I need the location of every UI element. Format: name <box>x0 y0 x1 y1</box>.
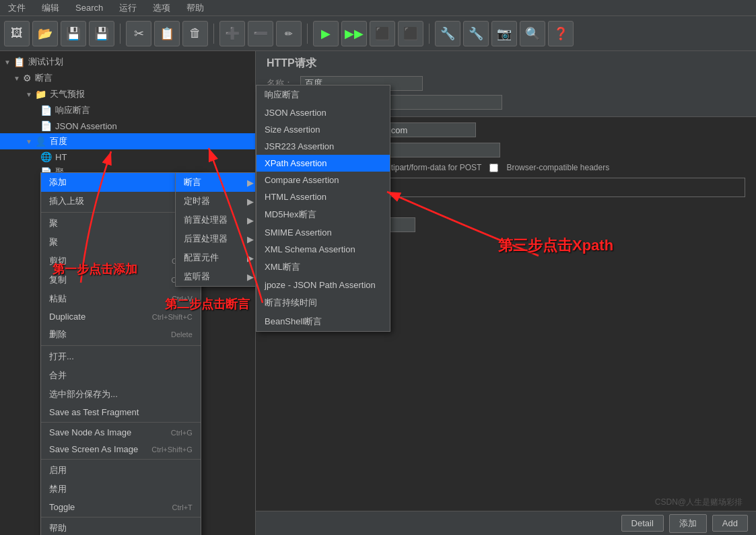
ctx-enable[interactable]: 启用 <box>41 461 201 480</box>
toolbar-save[interactable]: 💾 <box>61 21 86 46</box>
toolbar-copy[interactable]: 📋 <box>154 21 180 46</box>
tree-item-baidu[interactable]: ▼ 👤 百度 <box>0 133 255 149</box>
tree-item-assertion[interactable]: ▼ ⚙ 断言 <box>0 70 255 86</box>
submenu-listener[interactable]: 监听器 ▶ <box>176 267 256 286</box>
menu-edit[interactable]: 编辑 <box>39 1 62 15</box>
ctx-arrow: ▶ <box>247 272 254 282</box>
toolbar-add[interactable]: ➕ <box>219 21 245 46</box>
toolbar-screenshot[interactable]: 📷 <box>491 21 517 46</box>
toolbar-open[interactable]: 📂 <box>32 21 58 46</box>
submenu-label: 监听器 <box>184 271 210 283</box>
ctx-save-partial[interactable]: 选中部分保存为... <box>41 385 201 404</box>
tree-item-test-plan[interactable]: ▼ 📋 测试计划 <box>0 54 255 70</box>
assertion-compare[interactable]: Compare Assertion <box>256 172 390 188</box>
assertion-jpoze[interactable]: jpoze - JSON Path Assertion <box>256 277 390 293</box>
assertion-label: XML断言 <box>265 261 300 273</box>
ctx-label: 禁用 <box>49 483 67 495</box>
tree-icon: 📄 <box>40 105 52 116</box>
ctx-label: 选中部分保存为... <box>49 388 118 400</box>
ctx-sep-2 <box>41 345 201 346</box>
toolbar-run-all[interactable]: ▶▶ <box>341 21 367 46</box>
ctx-arrow: ▶ <box>247 197 254 207</box>
ctx-label: Save Node As Image <box>49 427 131 437</box>
ctx-save-fragment[interactable]: Save as Test Fragment <box>41 404 201 421</box>
toolbar-settings2[interactable]: 🔧 <box>463 21 489 46</box>
menu-run[interactable]: 运行 <box>116 1 139 15</box>
browser-headers-check[interactable] <box>489 164 498 172</box>
menu-options[interactable]: 选项 <box>150 1 173 15</box>
assertion-smime[interactable]: SMIME Assertion <box>256 224 390 241</box>
ctx-add-label: 添加 <box>49 176 67 188</box>
toolbar-cut[interactable]: ✂ <box>126 21 151 46</box>
ctx-shortcut: Ctrl+G <box>171 429 193 437</box>
ctx-save-screen-image[interactable]: Save Screen As Image Ctrl+Shift+G <box>41 441 201 458</box>
tree-item-ht[interactable]: 🌐 HT <box>0 149 255 164</box>
add-button[interactable]: 添加 <box>669 514 707 533</box>
submenu-timer-item[interactable]: 定时器 ▶ <box>176 192 256 211</box>
detail-button[interactable]: Detail <box>621 515 664 532</box>
separator-3 <box>307 24 308 44</box>
menu-search[interactable]: Search <box>73 1 106 14</box>
ctx-label: 剪切 <box>49 255 67 267</box>
browser-headers-label: Browser-compatible headers <box>506 163 609 172</box>
assertion-label: JSR223 Assertion <box>265 141 334 151</box>
toolbar: 🖼 📂 💾 💾 ✂ 📋 🗑 ➕ ➖ ✏ ▶ ▶▶ ⬛ ⬛ 🔧 🔧 📷 🔍 ❓ <box>0 16 756 51</box>
assertion-md5hex[interactable]: MD5Hex断言 <box>256 205 390 224</box>
submenu-pre-proc[interactable]: 前置处理器 ▶ <box>176 211 256 229</box>
ctx-help[interactable]: 帮助 <box>41 519 201 535</box>
ctx-arrow: ▶ <box>247 178 254 188</box>
ctx-open[interactable]: 打开... <box>41 347 201 366</box>
tree-arrow: ▼ <box>13 75 20 82</box>
assertion-label: jpoze - JSON Path Assertion <box>265 280 376 290</box>
toolbar-edit[interactable]: ✏ <box>276 21 302 46</box>
toolbar-stop[interactable]: ⬛ <box>370 21 395 46</box>
submenu-label: 后置处理器 <box>184 233 228 245</box>
ctx-arrow: ▶ <box>247 234 254 244</box>
submenu-post-proc[interactable]: 后置处理器 ▶ <box>176 229 256 248</box>
ctx-paste[interactable]: 粘贴 Ctrl+V <box>41 289 201 308</box>
tree-label: 百度 <box>50 135 67 147</box>
ctx-delete[interactable]: 删除 Delete <box>41 325 201 344</box>
tree-item-weather[interactable]: ▼ 📁 天气预报 <box>0 86 255 102</box>
ctx-save-node-image[interactable]: Save Node As Image Ctrl+G <box>41 424 201 441</box>
toolbar-run[interactable]: ▶ <box>313 21 339 46</box>
assertion-xml[interactable]: XML断言 <box>256 258 390 277</box>
ctx-label: Toggle <box>49 502 75 512</box>
assertion-label: MD5Hex断言 <box>265 209 316 221</box>
menu-help[interactable]: 帮助 <box>184 1 207 15</box>
ctx-duplicate[interactable]: Duplicate Ctrl+Shift+C <box>41 308 201 325</box>
tree-icon: 📋 <box>13 57 25 67</box>
submenu-duan: 断言 ▶ 定时器 ▶ 前置处理器 ▶ 后置处理器 ▶ 配置元件 ▶ 监听器 ▶ <box>175 172 256 287</box>
tree-icon: ⚙ <box>23 73 32 83</box>
toolbar-new[interactable]: 🖼 <box>4 21 30 46</box>
toolbar-settings[interactable]: 🔧 <box>435 21 460 46</box>
tree-item-response-assertion[interactable]: 📄 响应断言 <box>0 102 255 118</box>
menu-file[interactable]: 文件 <box>5 1 28 15</box>
assertion-duration[interactable]: 断言持续时间 <box>256 293 390 312</box>
assertion-label: Compare Assertion <box>265 175 339 185</box>
ctx-label: 插入上级 <box>49 195 84 207</box>
add-right-button[interactable]: Add <box>712 515 748 532</box>
toolbar-search[interactable]: 🔍 <box>520 21 545 46</box>
assertion-xpath[interactable]: XPath Assertion <box>256 155 390 172</box>
ctx-shortcut: Ctrl+T <box>172 503 193 511</box>
toolbar-stop2[interactable]: ⬛ <box>398 21 423 46</box>
ctx-toggle[interactable]: Toggle Ctrl+T <box>41 499 201 515</box>
ctx-merge[interactable]: 合并 <box>41 366 201 385</box>
ctx-arrow: ▶ <box>247 215 254 225</box>
toolbar-delete[interactable]: 🗑 <box>182 21 208 46</box>
tree-item-json-assertion[interactable]: 📄 JSON Assertion <box>0 118 255 133</box>
submenu-config[interactable]: 配置元件 ▶ <box>176 248 256 267</box>
assertion-json[interactable]: JSON Assertion <box>256 104 390 121</box>
assertion-xml-schema[interactable]: XML Schema Assertion <box>256 241 390 258</box>
toolbar-remove[interactable]: ➖ <box>248 21 273 46</box>
assertion-beanshell[interactable]: BeanShell断言 <box>256 312 390 331</box>
assertion-html[interactable]: HTML Assertion <box>256 188 390 205</box>
toolbar-save2[interactable]: 💾 <box>89 21 114 46</box>
assertion-response[interactable]: 响应断言 <box>256 85 390 104</box>
submenu-assertion-item[interactable]: 断言 ▶ <box>176 173 256 192</box>
assertion-size[interactable]: Size Assertion <box>256 121 390 138</box>
ctx-disable[interactable]: 禁用 <box>41 480 201 499</box>
toolbar-help[interactable]: ❓ <box>548 21 574 46</box>
assertion-jsr223[interactable]: JSR223 Assertion <box>256 138 390 155</box>
